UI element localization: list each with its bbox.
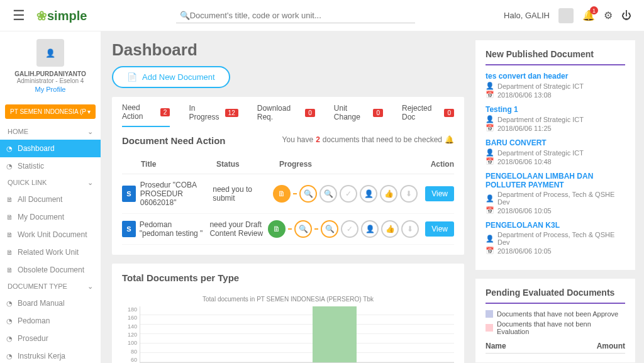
sidebar-item-prosedur[interactable]: ◔Prosedur [0,330,101,347]
y-tick: 120 [128,332,137,338]
sidebar-item-all-document[interactable]: 🗎All Document [0,191,101,208]
calendar-icon: 📅 [486,206,494,215]
published-item-title[interactable]: tes convert dan header [486,72,625,81]
gauge-icon: ◔ [6,162,13,170]
doc-icon: 🗎 [6,249,13,256]
sidebar-item-board-manual[interactable]: ◔Board Manual [0,294,101,312]
sidebar-item-statistic[interactable]: ◔Statistic [0,157,101,175]
chart-title: Total documents in PT SEMEN INDONESIA (P… [122,296,454,303]
published-item-title[interactable]: PENGELOLAAN LIMBAH DAN POLLUTER PAYMENT [486,172,625,189]
notif-badge: 1 [590,6,598,14]
user-icon: 👤 [486,115,494,123]
sidebar-item-dashboard[interactable]: ◔Dashboard [0,140,101,157]
published-item-title[interactable]: PENGELOLAAN K3L [486,221,625,230]
sidebar-item-pedoman[interactable]: ◔Pedoman [0,312,101,330]
view-button[interactable]: View [425,221,454,237]
sidebar-item-label: All Document [18,195,62,204]
chevron-down-icon: ⌄ [87,179,93,187]
published-item-title[interactable]: Testing 1 [486,105,625,114]
sidebar-item-label: Work Unit Document [18,230,87,239]
table-row: S Pedoman "pedoman testing " need your D… [122,214,454,245]
sidebar-item-related-work-unit[interactable]: 🗎Related Work Unit [0,243,101,261]
doc-icon: 🗎 [6,196,13,203]
user-icon: 👤 [486,148,494,157]
page-title: Dashboard [112,40,464,60]
published-item-date: 2018/06/06 10:05 [497,247,552,255]
gauge-icon: ◔ [6,335,13,343]
published-item-title[interactable]: BARU CONVERT [486,138,625,147]
bar-chart: 180 160 140 120 100 80 60 [122,306,454,363]
sidebar-section-home[interactable]: HOME⌄ [0,124,101,140]
step-icon: 🗎 [268,220,286,238]
sidebar-item-label: Dashboard [18,144,55,153]
profile-avatar[interactable]: 👤 [36,39,64,67]
sidebar-section-quicklink[interactable]: QUICK LINK⌄ [0,175,101,191]
step-icon: 🔍 [321,220,338,238]
chevron-down-icon: ▾ [87,108,91,115]
legend-item: Documents that have not benn Evaluation [486,320,625,335]
user-icon: 👤 [45,48,55,58]
chevron-down-icon: ⌄ [87,282,93,291]
step-icon: 👍 [380,185,397,203]
published-item-dept: Department of Strategic ICT [497,116,584,123]
legend-item: Documents that have not been Approve [486,310,625,318]
doc-icon: 🗎 [6,231,13,238]
sidebar-item-label: My Document [18,213,64,221]
sidebar-item-work-unit-document[interactable]: 🗎Work Unit Document [0,226,101,243]
sidebar-item-instruksi-kerja[interactable]: ◔Instruksi Kerja [0,347,101,363]
doc-title: Pedoman "pedoman testing " [140,220,210,238]
published-item: Testing 1 👤Department of Strategic ICT 📅… [486,105,625,132]
power-button[interactable]: ⏻ [621,10,631,21]
badge: 0 [373,109,383,117]
my-profile-link[interactable]: My Profile [6,86,94,93]
th-name: Name [486,342,506,350]
published-item-dept: Department of Process, Tech & QSHE Dev [497,191,625,206]
calendar-icon: 📅 [486,91,494,99]
calendar-icon: 📅 [486,124,494,132]
badge: 2 [160,108,170,116]
th-action: Action [416,160,454,169]
y-tick: 60 [131,357,137,363]
published-item: tes convert dan header 👤Department of St… [486,72,625,99]
step-icon: 🔍 [294,220,312,238]
settings-button[interactable]: ⚙ [604,9,613,21]
gauge-icon: ◔ [6,145,13,153]
avatar[interactable] [558,8,574,23]
tab-rejected-doc[interactable]: Rejected Doc0 [402,103,454,127]
sidebar-item-label: Related Work Unit [18,248,79,257]
progress-steps: 🗎 🔍 🔍 ✓ 👤 👍 ⬇ [273,185,418,203]
sidebar-section-doctype[interactable]: DOCUMENT TYPE⌄ [0,279,101,294]
add-document-button[interactable]: 📄 Add New Document [112,66,230,88]
search-input[interactable] [190,11,411,20]
panel-title-published: New Published Document [486,49,625,65]
published-item-date: 2018/06/06 10:05 [497,207,552,215]
step-icon: ⬇ [400,185,418,203]
notifications-button[interactable]: 🔔 1 [582,9,595,21]
progress-steps: 🗎 🔍 🔍 ✓ 👤 👍 ⬇ [268,220,419,238]
sidebar-item-label: Pedoman [18,316,50,325]
bell-icon: 🔔 [445,135,454,144]
sidebar-item-label: Obsolete Document [18,265,84,274]
sidebar-item-obsolete-document[interactable]: 🗎Obsolete Document [0,261,101,279]
tab-need-action[interactable]: Need Action2 [122,103,170,127]
table-row: S Prosedur "COBA PROSEDUR 06062018" need… [122,174,454,214]
tab-in-progress[interactable]: In Progress12 [189,103,238,127]
step-icon: 🔍 [319,185,337,203]
panel-title-pending: Pending Evaluated Documents [486,288,625,304]
logo[interactable]: ❀simple [36,8,87,23]
user-icon: 👤 [486,82,494,90]
view-button[interactable]: View [425,186,454,201]
step-icon: ✓ [341,220,358,238]
power-icon: ⏻ [621,10,631,21]
tab-unit-change[interactable]: Unit Change0 [334,103,383,127]
search-box[interactable]: 🔍 [176,8,415,23]
tab-download-req[interactable]: Download Req.0 [257,103,315,127]
sidebar-item-my-document[interactable]: 🗎My Document [0,208,101,226]
step-icon: 🗎 [273,185,291,203]
step-icon: 👤 [361,220,379,238]
hamburger-menu-icon[interactable]: ☰ [13,8,25,24]
published-item: PENGELOLAAN K3L 👤Department of Process, … [486,221,625,255]
doc-icon: 🗎 [6,266,13,274]
calendar-icon: 📅 [486,247,494,255]
org-selector[interactable]: PT SEMEN INDONESIA (P ▾ [5,104,96,119]
